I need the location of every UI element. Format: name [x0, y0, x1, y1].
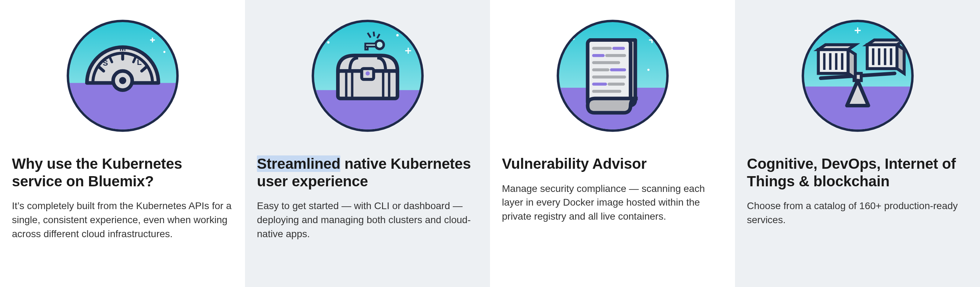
feature-title: Why use the Kubernetes service on Bluemi…	[12, 155, 233, 190]
svg-point-4	[80, 33, 82, 35]
balance-containers-icon	[798, 16, 917, 136]
feature-card-vulnerability-advisor: Vulnerability Advisor Manage security co…	[490, 0, 735, 287]
svg-point-6	[163, 51, 165, 53]
svg-text:M: M	[119, 44, 126, 53]
feature-card-cognitive-devops: Cognitive, DevOps, Internet of Things & …	[735, 0, 980, 287]
svg-marker-61	[848, 49, 855, 78]
feature-card-why-kubernetes: S M L Why use the Kubernetes service on …	[0, 0, 245, 287]
feature-card-streamlined: Streamlined native Kubernetes user exper…	[245, 0, 490, 287]
treasure-chest-icon	[308, 16, 427, 136]
feature-body: Easy to get started — with CLI or dashbo…	[257, 199, 478, 241]
svg-rect-67	[867, 45, 897, 69]
svg-marker-68	[897, 45, 904, 74]
gauge-icon: S M L	[63, 16, 182, 136]
feature-title: Cognitive, DevOps, Internet of Things & …	[747, 155, 968, 190]
feature-title: Vulnerability Advisor	[502, 155, 647, 173]
feature-body: Choose from a catalog of 160+ production…	[747, 199, 968, 227]
svg-line-24	[374, 32, 374, 37]
svg-text:L: L	[137, 58, 141, 67]
svg-point-33	[366, 71, 370, 75]
features-row: S M L Why use the Kubernetes service on …	[0, 0, 980, 287]
document-scroll-icon	[553, 16, 672, 136]
svg-rect-60	[818, 49, 848, 73]
svg-marker-62	[818, 45, 855, 50]
svg-text:S: S	[103, 59, 108, 67]
svg-point-16	[119, 77, 126, 84]
feature-title: Streamlined native Kubernetes user exper…	[257, 155, 478, 190]
svg-point-21	[327, 41, 329, 43]
feature-body: It’s completely built from the Kubernete…	[12, 199, 233, 241]
svg-rect-28	[365, 47, 368, 50]
highlighted-text: Streamlined	[257, 155, 340, 172]
feature-body: Manage security compliance — scanning ea…	[502, 182, 723, 223]
svg-point-22	[396, 34, 399, 37]
svg-point-39	[647, 69, 649, 71]
